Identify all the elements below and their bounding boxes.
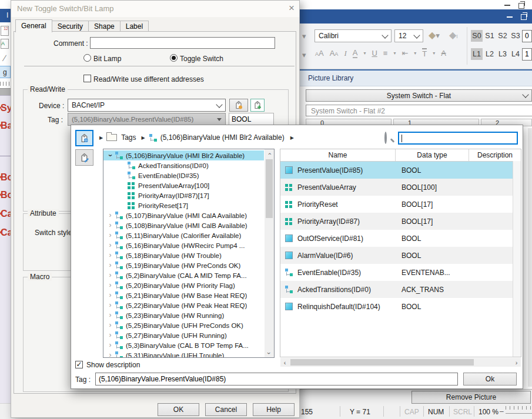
align-left-icon[interactable]: ⇤ (401, 49, 408, 58)
tree-item[interactable]: ›(5,21)BinaryValue (HW Base Heat REQ) (103, 290, 264, 300)
clear-format-icon[interactable]: A (441, 49, 446, 58)
layer-value-box[interactable]: 1 (522, 48, 532, 61)
tree-item[interactable]: PresentValueArray[100] (103, 180, 264, 190)
window-tab[interactable]: g (0, 66, 11, 78)
font-name-combo[interactable]: Calibri (314, 29, 392, 42)
state-button-s1[interactable]: S1 (484, 30, 496, 42)
hscroll-thumb[interactable] (290, 359, 474, 366)
scrollbar-fragment[interactable] (0, 88, 11, 95)
tree-item[interactable]: ›(5,106)BinaryValue (HMI Blr2 Available) (103, 150, 264, 160)
align-icon[interactable]: ≡ (383, 49, 388, 58)
layer-button-l4[interactable]: L4 (510, 48, 521, 60)
zoom-out-icon[interactable]: – (500, 407, 504, 415)
device-combo[interactable]: BACnet/IP (68, 99, 226, 112)
tree-item[interactable]: ›(5,107)BinaryValue (HMI CalA Available) (103, 210, 264, 220)
breadcrumb-arrow-icon[interactable]: ▶ (290, 135, 294, 140)
search-input[interactable] (398, 132, 518, 145)
tree-item[interactable]: ›(5,25)BinaryValue (UFH PreConds OK) (103, 320, 264, 330)
chevron-collapsed-icon[interactable]: › (106, 341, 115, 350)
toggle-switch-radio[interactable] (170, 54, 178, 62)
switch-dropdown[interactable]: System Switch - Flat (306, 89, 532, 102)
chevron-collapsed-icon[interactable]: › (106, 291, 115, 300)
grow-font-icon[interactable]: AA (330, 49, 339, 58)
browse-global-tags-button[interactable] (75, 130, 93, 146)
table-hscrollbar[interactable]: ‹ › (280, 358, 521, 367)
breadcrumb-node[interactable]: (5,106)BinaryValue (HMI Blr2 Available) (160, 133, 285, 142)
font-style-icon[interactable]: A (1, 39, 9, 49)
tab-shape[interactable]: Shape (89, 21, 121, 32)
cancel-button[interactable]: Cancel (205, 403, 247, 416)
italic-icon[interactable]: I (344, 49, 346, 58)
chevron-collapsed-icon[interactable]: › (106, 351, 115, 358)
tree-item[interactable]: PriorityArray(ID#87)[17] (103, 190, 264, 200)
chevron-collapsed-icon[interactable]: › (106, 321, 115, 330)
chevron-collapsed-icon[interactable]: › (106, 231, 115, 240)
tree-item[interactable]: ›(5,19)BinaryValue (HW PreConds OK) (103, 260, 264, 270)
table-row[interactable]: AckedTransitions(ID#0)ACK_TRANS (280, 281, 521, 298)
chevron-expanded-icon[interactable]: › (106, 151, 115, 160)
chevron-collapsed-icon[interactable]: › (106, 251, 115, 260)
state-button-s0[interactable]: S0 (471, 30, 483, 42)
state-button-s2[interactable]: S2 (497, 30, 508, 42)
format-painter-icon[interactable]: ◆I (449, 29, 458, 41)
bit-lamp-radio[interactable] (83, 54, 91, 62)
tree-item[interactable]: ›(5,3)BinaryValue (CAL B TOP Temp FA... (103, 340, 264, 350)
tree-item[interactable]: ›(5,16)BinaryValue (HWRecirc Pump4 ... (103, 240, 264, 250)
tree-scroll-thumb[interactable] (266, 159, 273, 218)
table-row[interactable]: PresentValue(ID#85)BOOL (280, 162, 521, 179)
tag-library-button[interactable] (229, 99, 248, 112)
state-button-s3[interactable]: S3 (510, 30, 521, 42)
layer-button-l3[interactable]: L3 (497, 48, 508, 60)
chevron-collapsed-icon[interactable]: › (106, 221, 115, 230)
scroll-left-icon[interactable]: ‹ (280, 358, 289, 367)
chevron-collapsed-icon[interactable]: › (106, 281, 115, 290)
line-tool-icon[interactable]: ∕ (0, 53, 9, 63)
table-row[interactable]: PriorityResetBOOL[17] (280, 196, 521, 213)
column-header-datatype[interactable]: Data type (396, 149, 469, 161)
table-row[interactable]: EventEnable(ID#35)EVENTENAB... (280, 264, 521, 281)
table-row[interactable]: OutOfService(ID#81)BOOL (280, 230, 521, 247)
picture-name-field[interactable]: System Switch - Flat #2 (306, 105, 532, 116)
add-tag-button[interactable] (250, 99, 265, 112)
chevron-collapsed-icon[interactable]: › (106, 211, 115, 220)
tab-label[interactable]: Label (121, 21, 149, 32)
ribbon-overflow-chevron-icon[interactable]: ▾ (302, 32, 306, 41)
rw-different-checkbox[interactable] (83, 75, 91, 82)
scroll-right-icon[interactable]: › (512, 358, 521, 367)
chevron-collapsed-icon[interactable]: › (106, 271, 115, 280)
tree-item[interactable]: ›(5,23)BinaryValue (HW Running) (103, 310, 264, 320)
paste-icon[interactable]: 12 (1, 26, 9, 36)
chevron-collapsed-icon[interactable]: › (106, 261, 115, 270)
tree-item[interactable]: ›(5,27)BinaryValue (UFH Running) (103, 330, 264, 340)
remove-picture-button[interactable]: Remove Picture (411, 391, 531, 404)
table-row[interactable]: RelinquishDefault(ID#104)BOOL (280, 298, 521, 315)
tree-item[interactable]: ›(5,22)BinaryValue (HW Peak Heat REQ) (103, 300, 264, 310)
layer-button-l2[interactable]: L2 (484, 48, 496, 60)
breadcrumb-root[interactable]: Tags (121, 133, 136, 142)
help-button[interactable]: Help (253, 403, 295, 416)
chevron-collapsed-icon[interactable]: › (106, 301, 115, 310)
table-vscroll-track[interactable] (513, 161, 521, 357)
show-description-checkbox[interactable]: ✓ (75, 361, 83, 368)
tree-item[interactable]: EventEnable(ID#35) (103, 170, 264, 180)
fill-color-icon[interactable]: ◆▾ (429, 29, 440, 41)
align-top-icon[interactable]: T (422, 48, 427, 58)
tree-item[interactable]: ›(5,18)BinaryValue (HW Trouble) (103, 250, 264, 260)
library-scrollbar[interactable] (528, 128, 532, 387)
tree-item[interactable]: AckedTransitions(ID#0) (103, 160, 264, 170)
tree-item[interactable]: ›(5,11)BinaryValue (Calorifier Available… (103, 230, 264, 240)
shrink-font-icon[interactable]: AA (315, 49, 324, 58)
titlebar-restore-icon[interactable] (521, 14, 527, 20)
dialog-titlebar[interactable]: New Toggle Switch/Bit Lamp × (11, 1, 299, 17)
column-header-name[interactable]: Name (280, 149, 396, 161)
scroll-up-icon[interactable]: › (265, 149, 274, 158)
tree-item[interactable]: PriorityReset[17] (103, 200, 264, 210)
tree-item[interactable]: ›(5,108)BinaryValue (HMI CalB Available) (103, 220, 264, 230)
tag-table[interactable]: Name Data type Description PresentValue(… (280, 149, 521, 357)
chevron-collapsed-icon[interactable]: › (106, 311, 115, 320)
vertical-tab[interactable]: I (0, 9, 11, 22)
tree-item[interactable]: ›(5,2)BinaryValue (CAL A MID Temp FA... (103, 270, 264, 280)
tab-security[interactable]: Security (52, 21, 89, 32)
column-header-description[interactable]: Description (469, 149, 521, 161)
ribbon-overflow-chevron2-icon[interactable]: ▾ (302, 51, 306, 59)
